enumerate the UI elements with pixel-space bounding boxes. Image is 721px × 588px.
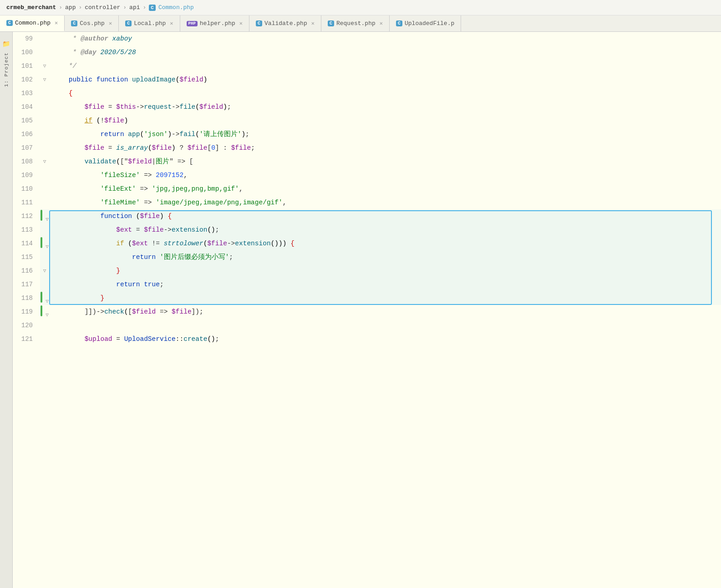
breadcrumb: crmeb_merchant › app › controller › api …: [0, 0, 721, 15]
main-layout: 📁 1: Project 99 * @author xaboy 100 * @d…: [0, 32, 721, 588]
breadcrumb-sep-3: ›: [123, 4, 127, 11]
tab-icon-uploaded: C: [396, 20, 402, 26]
code-area[interactable]: 99 * @author xaboy 100 * @day 2020/5/28 …: [13, 32, 721, 588]
code-content: $upload = UploadService::create();: [49, 332, 721, 346]
code-content: validate(["$field|图片" => [: [49, 155, 721, 168]
table-row: 120: [13, 319, 721, 332]
green-indicator: [41, 305, 42, 316]
table-row: 121 $upload = UploadService::create();: [13, 332, 721, 346]
table-row: 111 'fileMime' => 'image/jpeg,image/png,…: [13, 196, 721, 209]
breadcrumb-project[interactable]: crmeb_merchant: [6, 4, 56, 11]
line-number: 109: [13, 168, 40, 182]
fold-col[interactable]: ▽: [40, 155, 49, 168]
line-number: 119: [13, 305, 40, 319]
side-panel: 📁 1: Project: [0, 32, 13, 588]
line-number: 111: [13, 196, 40, 209]
fold-col[interactable]: ▽: [40, 291, 49, 305]
tab-common-php[interactable]: C Common.php ✕: [0, 15, 65, 31]
breadcrumb-sep-4: ›: [142, 4, 146, 11]
line-number: 118: [13, 291, 40, 305]
fold-col[interactable]: ▽: [40, 264, 49, 278]
fold-col: [40, 46, 49, 59]
tab-close-request[interactable]: ✕: [380, 20, 383, 27]
fold-col[interactable]: ▽: [40, 73, 49, 86]
code-content: {: [49, 86, 721, 100]
fold-col: [40, 250, 49, 264]
code-table: 99 * @author xaboy 100 * @day 2020/5/28 …: [13, 32, 721, 346]
tab-cos-php[interactable]: C Cos.php ✕: [65, 15, 119, 31]
fold-col[interactable]: ▽: [40, 209, 49, 223]
project-label: 1: Project: [4, 52, 9, 87]
fold-col: [40, 100, 49, 114]
table-row: 115 return '图片后缀必须为小写';: [13, 250, 721, 264]
line-number: 104: [13, 100, 40, 114]
code-content: function ($file) {: [49, 209, 721, 223]
fold-col[interactable]: ▽: [40, 305, 49, 319]
line-number: 120: [13, 319, 40, 332]
tab-icon-request: C: [328, 20, 334, 26]
fold-col: [40, 141, 49, 155]
line-number: 114: [13, 237, 40, 250]
breadcrumb-api[interactable]: api: [129, 4, 140, 11]
tab-label-uploaded: UploadedFile.p: [405, 20, 454, 27]
table-row: 117 return true;: [13, 278, 721, 291]
breadcrumb-sep-2: ›: [78, 4, 82, 11]
code-content: public function uploadImage($field): [49, 73, 721, 86]
fold-col[interactable]: ▽: [40, 237, 49, 250]
table-row: 100 * @day 2020/5/28: [13, 46, 721, 59]
table-row: 108 ▽ validate(["$field|图片" => [: [13, 155, 721, 168]
code-content: 'fileSize' => 2097152,: [49, 168, 721, 182]
tab-close-helper[interactable]: ✕: [239, 20, 243, 27]
table-row: 106 return app('json')->fail('请上传图片');: [13, 127, 721, 141]
fold-col: [40, 32, 49, 46]
line-number: 103: [13, 86, 40, 100]
line-number: 108: [13, 155, 40, 168]
table-row: 104 $file = $this->request->file($field)…: [13, 100, 721, 114]
code-content: ]])->check([$field => $file]);: [49, 305, 721, 319]
code-content: $file = is_array($file) ? $file[0] : $fi…: [49, 141, 721, 155]
tab-local-php[interactable]: C Local.php ✕: [119, 15, 180, 31]
fold-col: [40, 332, 49, 346]
fold-col[interactable]: ▽: [40, 59, 49, 73]
tab-bar: C Common.php ✕ C Cos.php ✕ C Local.php ✕…: [0, 15, 721, 32]
code-content: }: [49, 264, 721, 278]
tab-close-local[interactable]: ✕: [170, 20, 173, 27]
table-row: 102 ▽ public function uploadImage($field…: [13, 73, 721, 86]
code-content: }: [49, 291, 721, 305]
line-number: 105: [13, 114, 40, 127]
table-row: 103 {: [13, 86, 721, 100]
green-indicator: [41, 210, 42, 221]
table-row: 116 ▽ }: [13, 264, 721, 278]
line-number: 117: [13, 278, 40, 291]
tab-icon-helper: PHP: [187, 21, 198, 26]
tab-helper-php[interactable]: PHP helper.php ✕: [180, 15, 249, 31]
table-row: 109 'fileSize' => 2097152,: [13, 168, 721, 182]
tab-uploadedfile-php[interactable]: C UploadedFile.p: [390, 15, 461, 31]
tab-close-cos[interactable]: ✕: [109, 20, 112, 27]
line-number: 112: [13, 209, 40, 223]
tab-label-request: Request.php: [336, 20, 376, 27]
tab-label-common: Common.php: [15, 20, 51, 26]
tab-close-common[interactable]: ✕: [55, 20, 58, 26]
tab-icon-validate: C: [256, 20, 262, 26]
table-row: 110 'fileExt' => 'jpg,jpeg,png,bmp,gif',: [13, 182, 721, 196]
fold-col: [40, 114, 49, 127]
code-content: * @author xaboy: [49, 32, 721, 46]
line-number: 110: [13, 182, 40, 196]
line-number: 121: [13, 332, 40, 346]
code-content: $file = $this->request->file($field);: [49, 100, 721, 114]
code-content: $ext = $file->extension();: [49, 223, 721, 237]
fold-col: [40, 168, 49, 182]
tab-request-php[interactable]: C Request.php ✕: [321, 15, 390, 31]
breadcrumb-controller[interactable]: controller: [85, 4, 120, 11]
fold-col: [40, 319, 49, 332]
line-number: 106: [13, 127, 40, 141]
code-content: [49, 319, 721, 332]
code-content: 'fileMime' => 'image/jpeg,image/png,imag…: [49, 196, 721, 209]
tab-validate-php[interactable]: C Validate.php ✕: [249, 15, 321, 31]
fold-col: [40, 86, 49, 100]
tab-close-validate[interactable]: ✕: [311, 20, 315, 27]
breadcrumb-app[interactable]: app: [65, 4, 76, 11]
table-row: 113 $ext = $file->extension();: [13, 223, 721, 237]
fold-col: [40, 182, 49, 196]
